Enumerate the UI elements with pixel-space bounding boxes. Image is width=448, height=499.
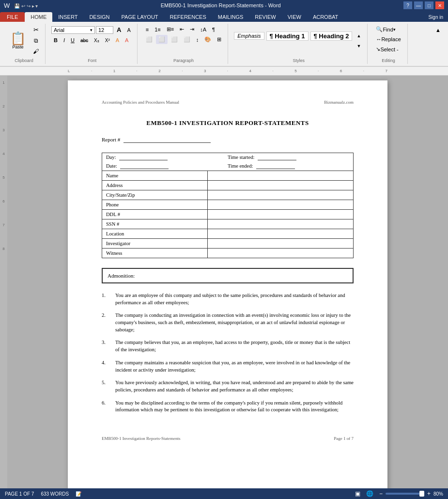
sort-button[interactable]: ↕A <box>198 25 209 34</box>
find-button[interactable]: 🔍 Find ▾ <box>373 25 398 34</box>
format-painter-button[interactable]: 🖌 <box>31 47 41 56</box>
search-icon: 🔍 <box>376 26 383 32</box>
grow-font-button[interactable]: A <box>114 25 124 35</box>
select-button[interactable]: ↘ Select - <box>373 45 401 54</box>
font-color-button[interactable]: A <box>123 36 131 45</box>
ribbon-content: 📋 Paste ✂ ⧉ 🖌 Clipboard Arial ▾ 12 A <box>0 22 448 67</box>
font-group: Arial ▾ 12 A A B I U abc X₂ X² A A Font <box>47 24 138 64</box>
font-name-selector[interactable]: Arial ▾ <box>51 26 95 34</box>
decrease-indent-button[interactable]: ⇤ <box>177 25 186 34</box>
tab-design[interactable]: DESIGN <box>83 12 115 22</box>
clipboard-label: Clipboard <box>15 58 33 63</box>
styles-scroll-up[interactable]: ▲ <box>354 32 363 40</box>
styles-content: Emphasis ¶ Heading 1 ¶ Heading 2 ▲ ▼ <box>234 25 363 56</box>
list-num-1: 1. <box>102 292 115 306</box>
header-left: Accounting Policies and Procedures Manua… <box>102 100 179 105</box>
ddl-label: DDL # <box>102 210 208 219</box>
tab-page-layout[interactable]: PAGE LAYOUT <box>116 12 164 22</box>
underline-button[interactable]: U <box>68 36 77 45</box>
font-row1: Arial ▾ 12 A A <box>51 25 133 35</box>
replace-button[interactable]: ↔ Replace <box>373 35 403 44</box>
italic-button[interactable]: I <box>61 36 67 45</box>
zoom-track[interactable] <box>386 493 424 495</box>
tab-file[interactable]: FILE <box>0 12 25 22</box>
border-button[interactable]: ⊞ <box>215 35 224 44</box>
tab-insert[interactable]: INSERT <box>52 12 83 22</box>
style-emphasis[interactable]: Emphasis <box>234 32 264 40</box>
address-value <box>207 181 353 190</box>
numbering-button[interactable]: 1≡ <box>152 25 163 34</box>
copy-button[interactable]: ⧉ <box>31 36 41 46</box>
increase-indent-button[interactable]: ⇥ <box>187 25 197 34</box>
ribbon-collapse-btn[interactable]: ▲ <box>433 26 443 34</box>
info-table: Day: Time started: Date: <box>102 153 354 258</box>
minimize-btn[interactable]: — <box>414 1 423 9</box>
admonition-label: Admonition: <box>108 273 135 279</box>
list-text-5: You have previously acknowledged, in wri… <box>115 379 354 393</box>
maximize-btn[interactable]: □ <box>425 1 433 9</box>
list-item-3: 3. The company believes that you, as an … <box>102 339 354 353</box>
align-left-button[interactable]: ⬜ <box>143 35 155 44</box>
subscript-button[interactable]: X₂ <box>92 36 102 45</box>
web-view-btn[interactable]: 🌐 <box>365 490 374 497</box>
zoom-thumb <box>419 491 424 497</box>
style-heading1[interactable]: ¶ Heading 1 <box>266 31 309 41</box>
list-item-2: 2. The company is conducting an investig… <box>102 312 354 333</box>
paste-button[interactable]: 📋 Paste <box>7 28 29 54</box>
font-size-selector[interactable]: 12 <box>96 26 113 34</box>
ruler-marks: L · 1 · 2 · 3 · 4 · 5 · 6 · 7 <box>68 69 387 73</box>
table-row-address: Address <box>102 181 354 190</box>
list-item-5: 5. You have previously acknowledged, in … <box>102 379 354 393</box>
bold-button[interactable]: B <box>51 36 60 45</box>
investigator-label: Investigator <box>102 239 208 249</box>
multilevel-button[interactable]: ⊞≡ <box>164 25 176 34</box>
select-icon: ↘ <box>376 46 380 52</box>
bullets-button[interactable]: ≡ <box>143 25 151 34</box>
justify-button[interactable]: ⬜ <box>181 35 193 44</box>
shading-button[interactable]: 🎨 <box>202 35 214 44</box>
status-right: ▣ 🌐 − + 80% <box>354 490 443 497</box>
strikethrough-button[interactable]: abc <box>78 36 91 45</box>
sign-in[interactable]: Sign in <box>428 15 448 20</box>
close-btn[interactable]: ✕ <box>435 1 444 9</box>
text-highlight-button[interactable]: A <box>113 36 122 45</box>
quick-access: 💾 ↩ ↪ ▸ ▾ <box>14 3 38 9</box>
styles-label: Styles <box>293 58 305 63</box>
style-heading2[interactable]: ¶ Heading 2 <box>310 31 353 41</box>
report-number-field <box>124 137 211 143</box>
line-spacing-button[interactable]: ↕ <box>194 35 201 44</box>
find-label: Find <box>383 27 393 32</box>
zoom-in-btn[interactable]: + <box>426 490 432 497</box>
print-view-btn[interactable]: ▣ <box>354 490 361 497</box>
title-bar-icons: W 💾 ↩ ↪ ▸ ▾ <box>4 2 38 9</box>
proofing-icon[interactable]: 📝 <box>76 491 81 497</box>
tab-references[interactable]: REFERENCES <box>164 12 212 22</box>
zoom-out-btn[interactable]: − <box>378 490 384 497</box>
styles-scroll-down[interactable]: ▼ <box>354 42 363 50</box>
tab-view[interactable]: VIEW <box>282 12 307 22</box>
tab-acrobat[interactable]: ACROBAT <box>307 12 344 22</box>
tab-review[interactable]: REVIEW <box>249 12 281 22</box>
edit-row3: ↘ Select - <box>373 45 403 54</box>
para-row1: ≡ 1≡ ⊞≡ ⇤ ⇥ ↕A ¶ <box>143 25 224 34</box>
tab-home[interactable]: HOME <box>25 12 52 22</box>
shrink-font-button[interactable]: A <box>124 26 133 34</box>
cut-button[interactable]: ✂ <box>31 25 41 35</box>
list-item-1: 1. You are an employee of this company a… <box>102 292 354 306</box>
help-btn[interactable]: ? <box>403 1 412 9</box>
location-value <box>207 229 353 239</box>
table-row-ddl: DDL # <box>102 210 354 219</box>
align-right-button[interactable]: ⬜ <box>169 35 180 44</box>
witness-label: Witness <box>102 249 208 258</box>
table-row-phone: Phone <box>102 200 354 210</box>
table-row-name: Name <box>102 171 354 181</box>
time-started-field: Time started: <box>228 155 349 160</box>
time-ended-value <box>256 163 295 169</box>
page-area[interactable]: Accounting Policies and Procedures Manua… <box>7 76 448 497</box>
table-row-witness: Witness <box>102 249 354 258</box>
align-center-button[interactable]: ⬜ <box>156 35 168 44</box>
show-marks-button[interactable]: ¶ <box>210 25 217 34</box>
ddl-value <box>207 210 353 219</box>
tab-mailings[interactable]: MAILINGS <box>212 12 249 22</box>
superscript-button[interactable]: X² <box>103 36 112 45</box>
